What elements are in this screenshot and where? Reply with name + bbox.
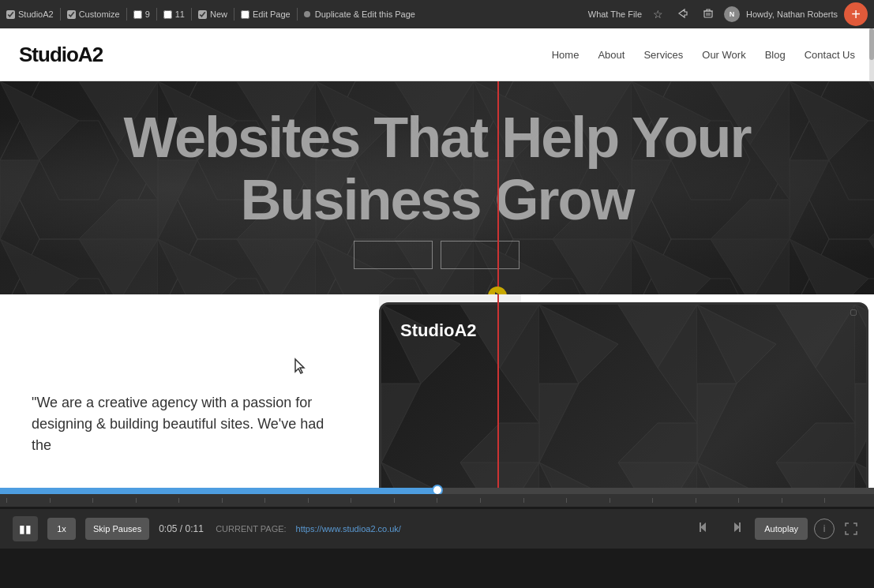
prev-icon [698,521,711,537]
scrollbar-thumb[interactable] [869,28,874,60]
tick-1 [6,498,50,503]
tick-16 [652,498,696,503]
11-checkbox[interactable] [163,10,172,19]
hero-cta-row [123,241,750,269]
info-icon: i [823,523,826,534]
share-button[interactable] [673,5,692,24]
nav-home[interactable]: Home [552,49,580,61]
content-section: "We are a creative agency with a passion… [0,294,874,488]
player-right: Autoplay i [692,516,861,541]
tick-4 [136,498,179,503]
tick-7 [264,498,308,503]
studioa2-label: StudioA2 [18,9,54,19]
edit-page-label: Edit Page [253,9,291,19]
tick-10 [394,498,437,503]
trash-icon [703,8,714,21]
toolbar: StudioA2 Customize 9 11 New Edit Page Du… [0,0,874,28]
fullscreen-button[interactable] [841,519,861,539]
current-page-url[interactable]: https://www.studioa2.co.uk/ [296,524,401,534]
star-icon: ☆ [653,8,663,21]
add-button[interactable]: + [844,2,868,26]
duplicate-label: Duplicate & Edit this Page [315,9,415,19]
timeline-ticks-row [0,494,874,507]
pause-icon: ▮▮ [19,522,32,535]
share-icon [677,8,688,21]
skip-pauses-button[interactable]: Skip Pauses [85,518,149,540]
play-pause-button[interactable]: ▮▮ [13,516,38,541]
new-checkbox[interactable] [198,10,207,19]
customize-checkbox[interactable] [67,10,76,19]
hero-title-line2: Business Grow [123,169,750,231]
new-label: New [210,9,227,19]
hero-title: Websites That Help Your Business Grow [123,107,750,231]
info-button[interactable]: i [814,519,835,539]
skip-pauses-label: Skip Pauses [93,524,141,534]
what-the-file[interactable]: What The File [588,9,642,19]
tick-11 [437,498,480,503]
edit-page-checkbox[interactable] [241,10,249,19]
text-column: "We are a creative agency with a passion… [0,294,379,488]
9-label: 9 [145,9,150,19]
star-button[interactable]: ☆ [648,5,667,24]
timeline-container [0,488,874,507]
tick-5 [178,498,222,503]
toolbar-11[interactable]: 11 [163,9,185,19]
tick-19 [782,498,825,503]
laptop-screen: StudioA2 [381,305,866,488]
tick-2 [50,498,93,503]
speed-label: 1x [57,524,66,534]
timeline-ticks [6,498,868,503]
svg-rect-5 [700,522,701,532]
user-name: Howdy, Nathan Roberts [746,9,838,19]
svg-marker-4 [700,522,706,532]
nav-contact[interactable]: Contact Us [805,49,855,61]
next-icon [730,521,742,537]
hero-section: Websites That Help Your Business Grow [0,81,874,294]
quote-text: "We are a creative agency with a passion… [32,392,347,456]
toolbar-customize[interactable]: Customize [67,9,120,19]
toolbar-sep-6 [297,8,298,21]
toolbar-sep-1 [60,8,61,21]
laptop-camera [850,309,857,316]
toolbar-new[interactable]: New [198,9,227,19]
tick-12 [480,498,523,503]
speed-button[interactable]: 1x [47,518,76,540]
customize-label: Customize [79,9,120,19]
11-label: 11 [175,9,185,19]
prev-button[interactable] [692,516,717,541]
nav-our-work[interactable]: Our Work [702,49,745,61]
user-info: Howdy, Nathan Roberts [746,9,838,19]
status-dot [304,11,310,17]
nav-about[interactable]: About [598,49,625,61]
playhead-line-content [497,294,499,488]
playhead-line-hero [497,81,499,294]
mouse-cursor [292,358,308,380]
hero-cta-2[interactable] [441,241,520,269]
toolbar-studioa2[interactable]: StudioA2 [6,9,54,19]
hero-cta-1[interactable] [354,241,433,269]
player-controls: ▮▮ 1x Skip Pauses 0:05 / 0:11 CURRENT PA… [0,509,874,549]
nav-services[interactable]: Services [643,49,683,61]
toolbar-sep-4 [191,8,192,21]
nav-blog[interactable]: Blog [765,49,786,61]
tick-9 [351,498,394,503]
studioa2-checkbox[interactable] [6,10,15,19]
next-button[interactable] [723,516,748,541]
toolbar-9[interactable]: 9 [133,9,150,19]
toolbar-duplicate[interactable]: Duplicate & Edit this Page [315,9,415,19]
svg-rect-7 [739,522,741,532]
hero-content: Websites That Help Your Business Grow [123,107,750,269]
add-icon: + [851,6,861,24]
9-checkbox[interactable] [133,10,142,19]
tick-18 [738,498,782,503]
tick-20 [824,498,868,503]
autoplay-button[interactable]: Autoplay [755,518,808,540]
trash-button[interactable] [699,5,718,24]
user-avatar: N [724,6,740,22]
scrollbar[interactable] [869,28,874,81]
tick-13 [523,498,567,503]
toolbar-edit-page[interactable]: Edit Page [241,9,291,19]
site-navigation: Home About Services Our Work Blog Contac… [552,49,855,61]
timeline-bar[interactable] [0,488,874,494]
current-page-label: CURRENT PAGE: [216,524,286,534]
